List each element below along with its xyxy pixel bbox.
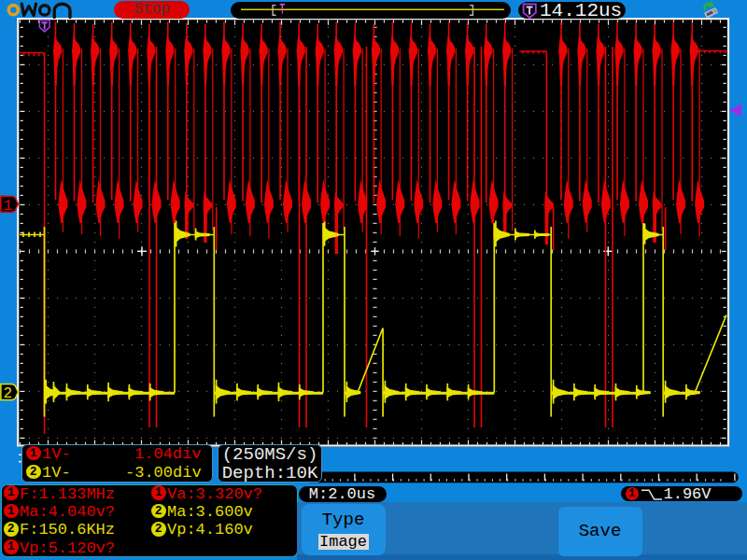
svg-text:2: 2 [4, 385, 13, 402]
svg-text:1: 1 [4, 198, 13, 215]
